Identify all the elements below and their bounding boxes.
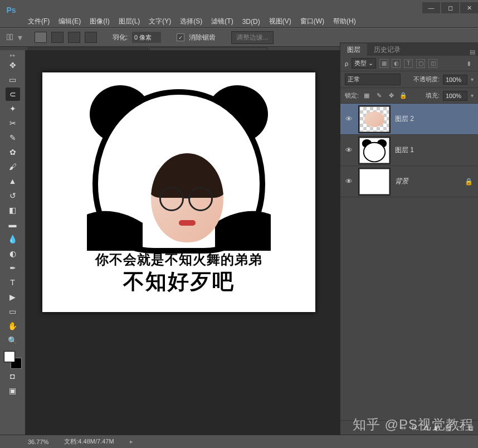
filter-pixel-icon[interactable]: ▦: [379, 59, 388, 68]
dodge-tool[interactable]: ◐: [6, 247, 20, 260]
path-selection-tool[interactable]: ▶: [6, 290, 20, 304]
delete-layer-icon[interactable]: 🗑: [468, 424, 475, 432]
foreground-color-swatch[interactable]: [4, 351, 15, 362]
menu-filter[interactable]: 滤镜(T): [207, 17, 237, 26]
healing-brush-tool[interactable]: ✿: [6, 145, 20, 159]
crop-tool[interactable]: ✂: [6, 116, 20, 130]
status-bar: 36.77% 文档:4.48M/7.47M ▸: [0, 435, 478, 448]
lock-position-icon[interactable]: ✥: [387, 91, 396, 100]
menu-file[interactable]: 文件(F): [23, 17, 54, 26]
clone-stamp-tool[interactable]: ▲: [6, 174, 20, 188]
lasso-tool-icon: ⊂⃝: [7, 32, 13, 42]
brush-tool[interactable]: 🖌: [6, 160, 20, 173]
layer-thumbnail[interactable]: [359, 138, 389, 163]
filter-smart-icon[interactable]: ◫: [428, 59, 437, 68]
menu-layer[interactable]: 图层(L): [114, 17, 145, 26]
blend-mode-select[interactable]: 正常: [345, 74, 401, 85]
layer-group-icon[interactable]: ▥: [445, 424, 451, 432]
selection-new-icon[interactable]: [35, 32, 47, 43]
filter-type-icon[interactable]: T: [404, 59, 413, 68]
selection-subtract-icon[interactable]: [68, 32, 80, 43]
menu-view[interactable]: 视图(V): [265, 17, 296, 26]
lock-indicator-icon: 🔒: [465, 178, 475, 186]
menu-3d[interactable]: 3D(D): [238, 18, 265, 26]
toolbar-collapse-icon[interactable]: ▸▸: [0, 52, 25, 58]
eraser-tool[interactable]: ◧: [6, 203, 20, 217]
panels-area: 图层 历史记录 ▤ ρ 类型 ⌄ ▦ ◐ T ▢ ◫ ▮ 正常 不透明度: 10…: [340, 42, 478, 435]
minimize-button[interactable]: —: [422, 2, 440, 13]
layer-name[interactable]: 图层 1: [395, 145, 475, 155]
filter-adjust-icon[interactable]: ◐: [392, 59, 401, 68]
marquee-tool[interactable]: ▭: [6, 73, 20, 86]
fill-input[interactable]: 100%: [443, 91, 467, 101]
eyedropper-tool[interactable]: ✎: [6, 131, 20, 144]
new-layer-icon[interactable]: ◻: [457, 424, 462, 432]
menu-edit[interactable]: 编辑(E): [54, 17, 85, 26]
filter-toggle-icon[interactable]: ▮: [465, 59, 474, 68]
layer-row[interactable]: 👁 背景 🔒: [340, 166, 478, 197]
layer-row[interactable]: 👁 图层 1: [340, 135, 478, 166]
pen-tool[interactable]: ✒: [6, 261, 20, 275]
tools-toolbar: ▸▸ ✥ ▭ ⊂ ✦ ✂ ✎ ✿ 🖌 ▲ ↺ ◧ ▬ 💧 ◐ ✒ T ▶ ▭ ✋…: [0, 50, 26, 435]
menu-help[interactable]: 帮助(H): [329, 17, 360, 26]
layer-thumbnail[interactable]: [359, 169, 389, 194]
type-tool[interactable]: T: [6, 276, 20, 289]
visibility-toggle-icon[interactable]: 👁: [344, 177, 354, 186]
filter-kind-select[interactable]: 类型 ⌄: [352, 58, 376, 69]
panel-menu-icon[interactable]: ▤: [467, 48, 478, 56]
restore-button[interactable]: ◻: [441, 2, 459, 13]
document-canvas[interactable]: 你不会就是不知火舞的弟弟 不知好歹吧: [42, 72, 315, 312]
layer-mask-icon[interactable]: ◘: [425, 424, 428, 432]
blur-tool[interactable]: 💧: [6, 232, 20, 246]
opacity-input[interactable]: 100%: [443, 75, 467, 85]
zoom-tool[interactable]: 🔍: [6, 334, 20, 347]
menu-image[interactable]: 图像(I): [85, 17, 114, 26]
canvas-stage[interactable]: 你不会就是不知火舞的弟弟 不知好歹吧: [26, 50, 340, 435]
close-button[interactable]: ✕: [460, 2, 478, 13]
refine-edge-button[interactable]: 调整边缘...: [231, 31, 274, 44]
screen-mode-tool[interactable]: ▣: [6, 384, 20, 397]
feather-input[interactable]: 0 像素: [132, 32, 161, 43]
lock-all-icon[interactable]: 🔒: [399, 91, 408, 100]
gradient-tool[interactable]: ▬: [6, 218, 20, 231]
filter-shape-icon[interactable]: ▢: [416, 59, 425, 68]
layer-name[interactable]: 图层 2: [395, 114, 475, 124]
menu-type[interactable]: 文字(Y): [144, 17, 175, 26]
menu-select[interactable]: 选择(S): [175, 17, 207, 26]
layer-thumbnail[interactable]: [359, 106, 389, 132]
menubar: Ps 文件(F) 编辑(E) 图像(I) 图层(L) 文字(Y) 选择(S) 滤…: [0, 16, 478, 28]
antialias-checkbox[interactable]: ✓: [177, 33, 184, 41]
layer-name[interactable]: 背景: [395, 177, 459, 186]
shape-tool[interactable]: ▭: [6, 305, 20, 318]
selection-add-icon[interactable]: [51, 32, 64, 43]
lock-label: 锁定:: [345, 91, 359, 100]
feather-label: 羽化:: [113, 33, 128, 42]
face-photo: [151, 153, 223, 242]
color-swatches[interactable]: [4, 351, 22, 369]
adjustment-layer-icon[interactable]: ◐: [434, 424, 440, 432]
lock-pixels-icon[interactable]: ✎: [374, 91, 383, 100]
quick-mask-tool[interactable]: ◘: [6, 369, 20, 383]
zoom-level[interactable]: 36.77%: [28, 439, 48, 445]
lock-transparency-icon[interactable]: ▦: [362, 91, 371, 100]
link-layers-icon[interactable]: ⇔: [401, 424, 406, 432]
layer-row[interactable]: 👁 图层 2: [340, 104, 478, 135]
history-brush-tool[interactable]: ↺: [6, 189, 20, 202]
panel-tab-layers[interactable]: 图层: [340, 43, 367, 56]
opacity-label: 不透明度:: [413, 75, 440, 84]
magic-wand-tool[interactable]: ✦: [6, 102, 20, 115]
fill-label: 填充:: [426, 91, 440, 100]
panel-tab-history[interactable]: 历史记录: [367, 43, 407, 56]
filter-label: ρ: [345, 60, 348, 67]
move-tool[interactable]: ✥: [6, 59, 20, 72]
hand-tool[interactable]: ✋: [6, 319, 20, 333]
app-logo: Ps: [0, 2, 22, 18]
document-size[interactable]: 文档:4.48M/7.47M: [64, 437, 114, 446]
menu-window[interactable]: 窗口(W): [296, 17, 329, 26]
visibility-toggle-icon[interactable]: 👁: [344, 146, 354, 154]
visibility-toggle-icon[interactable]: 👁: [344, 115, 354, 123]
layer-list: 👁 图层 2 👁 图层 1 👁 背景 🔒: [340, 104, 478, 197]
selection-intersect-icon[interactable]: [85, 32, 97, 43]
lasso-tool[interactable]: ⊂: [6, 87, 20, 101]
layer-fx-icon[interactable]: fx.: [412, 424, 419, 432]
